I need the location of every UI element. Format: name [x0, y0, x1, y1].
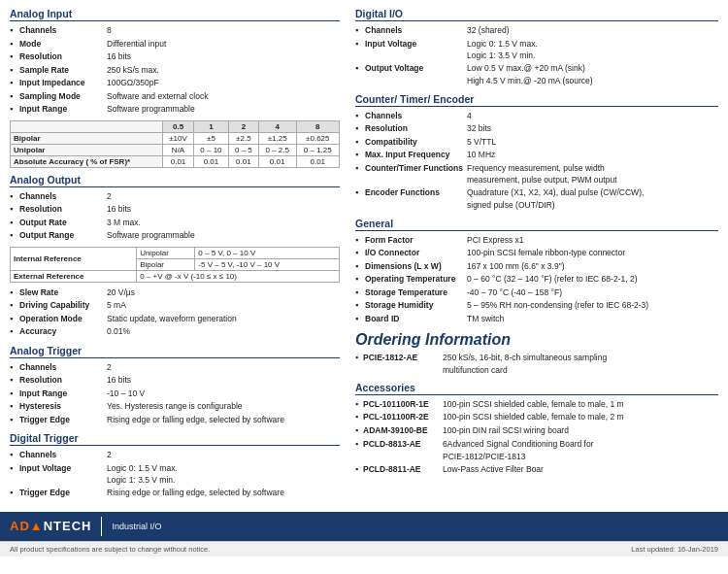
list-item: ▪Input VoltageLogic 0: 1.5 V max.Logic 1…: [355, 38, 718, 63]
spec-value: 8: [107, 24, 340, 37]
analog-trigger-title: Analog Trigger: [10, 345, 340, 358]
bullet: ▪: [10, 103, 17, 117]
product-code: PCLD-8811-AE: [363, 463, 443, 476]
bullet: ▪: [355, 110, 363, 123]
spec-value: Logic 0: 1.5 V max.Logic 1: 3.5 V min.: [467, 38, 718, 63]
table-cell: 0.01: [258, 155, 296, 167]
list-item: ▪Sample Rate250 kS/s max.: [10, 64, 340, 78]
bullet: ▪: [10, 388, 17, 401]
spec-value: 100-pin SCSI female ribbon-type connecto…: [467, 247, 718, 259]
bullet: ▪: [355, 149, 363, 162]
spec-value: Frequency measurement, pulse widthmeasur…: [467, 162, 718, 187]
bullet: ▪: [10, 400, 17, 414]
analog-output-title: Analog Output: [10, 174, 340, 187]
spec-label: Resolution: [19, 374, 107, 387]
bullet: ▪: [355, 24, 363, 38]
list-item: ▪Input VoltageLogic 0: 1.5 V max.Logic 1…: [10, 462, 340, 488]
list-item: ▪ PCL-101100R-2E 100-pin SCSI shielded c…: [355, 411, 718, 423]
spec-label: Input Voltage: [365, 38, 467, 51]
table-row: Internal Reference Unipolar 0 – 5 V, 0 –…: [11, 247, 340, 258]
spec-value: Software and external clock: [107, 90, 340, 103]
spec-label: Output Range: [19, 229, 107, 242]
spec-label: Channels: [365, 110, 467, 122]
list-item: ▪Input RangeSoftware programmable: [10, 103, 340, 117]
list-item: ▪Accuracy0.01%: [10, 325, 340, 339]
bullet: ▪: [10, 217, 17, 230]
spec-value: 32 (shared): [467, 24, 718, 37]
list-item: ▪Encoder FunctionsQuadrature (X1, X2, X4…: [355, 186, 718, 212]
spec-label: Resolution: [19, 203, 107, 216]
analog-input-specs: ▪Channels8 ▪ModeDifferential input ▪Reso…: [10, 24, 340, 117]
list-item: ▪Compatibility5 V/TTL: [355, 136, 718, 150]
list-item: ▪Max. Input Frequency10 MHz: [355, 149, 718, 162]
list-item: ▪Counter/Timer FunctionsFrequency measur…: [355, 162, 718, 187]
spec-value: 2: [107, 449, 340, 461]
spec-value: Software programmable: [107, 229, 340, 242]
spec-label: Sample Rate: [19, 64, 107, 77]
spec-label: Encoder Functions: [365, 186, 467, 199]
list-item: ▪Channels4: [355, 110, 718, 123]
spec-value: Low 0.5 V max.@ +20 mA (sink)High 4.5 V …: [467, 62, 718, 87]
bullet: ▪: [10, 374, 17, 388]
table-row: Absolute Accuracy ( % of FSR)* 0.01 0.01…: [11, 155, 340, 167]
spec-value: Rising edge or falling edge, selected by…: [107, 487, 340, 499]
bullet: ▪: [10, 90, 17, 104]
spec-value: PCI Express x1: [467, 234, 718, 247]
spec-label: Max. Input Frequency: [365, 149, 467, 161]
product-desc: 6Advanced Signal Conditioning Board forP…: [443, 438, 718, 463]
accessories-title: Accessories: [355, 382, 718, 395]
spec-label: Input Range: [19, 103, 107, 116]
product-desc: 100-pin SCSI shielded cable, female to m…: [443, 398, 718, 411]
spec-label: Channels: [19, 449, 107, 461]
analog-output-specs2: ▪Slew Rate20 V/µs ▪Driving Capability5 m…: [10, 287, 340, 339]
table-cell: ±2.5: [229, 132, 259, 144]
brand-accent: AD: [10, 519, 30, 533]
table-header: [11, 120, 163, 132]
bullet: ▪: [355, 438, 363, 451]
table-cell: Unipolar: [137, 247, 195, 258]
spec-label: Accuracy: [19, 325, 107, 338]
spec-value: Differential input: [107, 38, 340, 51]
list-item: ▪ PCL-101100R-1E 100-pin SCSI shielded c…: [355, 398, 718, 411]
spec-label: Form Factor: [365, 234, 467, 247]
product-desc: Low-Pass Active Filter Boar: [443, 463, 718, 476]
general-title: General: [355, 218, 718, 231]
product-code: PCIE-1812-AE: [363, 352, 443, 364]
table-row: External Reference 0 – +V @ -x V (-10 ≤ …: [11, 270, 340, 282]
analog-input-title: Analog Input: [10, 8, 340, 21]
spec-value: 16 bits: [107, 203, 340, 216]
bullet: ▪: [10, 38, 17, 51]
bullet: ▪: [10, 77, 17, 90]
spec-label: Channels: [19, 24, 107, 37]
table-cell: 0.01: [193, 155, 228, 167]
bullet: ▪: [10, 487, 17, 500]
footer-bottom: All product specifications are subject t…: [0, 541, 728, 557]
bullet: ▪: [10, 462, 17, 476]
brand-triangle: ▲: [30, 519, 44, 533]
spec-value: 0.01%: [107, 325, 340, 338]
spec-label: Resolution: [365, 122, 467, 135]
spec-label: Storage Humidity: [365, 299, 467, 312]
spec-label: Driving Capability: [19, 299, 107, 312]
list-item: ▪Trigger EdgeRising edge or falling edge…: [10, 487, 340, 500]
analog-output-specs: ▪Channels2 ▪Resolution16 bits ▪Output Ra…: [10, 190, 340, 243]
footer-divider: [101, 517, 102, 536]
list-item: ▪Operation ModeStatic update, waveform g…: [10, 313, 340, 326]
table-header: 0.5: [163, 120, 194, 132]
product-desc: 100-pin SCSI shielded cable, female to m…: [443, 411, 718, 423]
spec-value: Software programmable: [107, 103, 340, 116]
spec-label: Board ID: [365, 313, 467, 325]
spec-value: 5 V/TTL: [467, 136, 718, 149]
bullet: ▪: [355, 411, 363, 423]
spec-label: Sampling Mode: [19, 90, 107, 103]
bullet: ▪: [10, 24, 17, 38]
spec-label: Channels: [19, 361, 107, 374]
spec-label: Channels: [19, 190, 107, 203]
table-header: 4: [258, 120, 296, 132]
spec-label: Compatibility: [365, 136, 467, 149]
table-cell: Absolute Accuracy ( % of FSR)*: [11, 155, 163, 167]
spec-value: -40 – 70 °C (-40 – 158 °F): [467, 287, 718, 299]
product-code: ADAM-39100-BE: [363, 424, 443, 437]
right-column: Digital I/O ▪Channels32 (shared) ▪Input …: [355, 8, 718, 504]
spec-value: 16 bits: [107, 51, 340, 63]
